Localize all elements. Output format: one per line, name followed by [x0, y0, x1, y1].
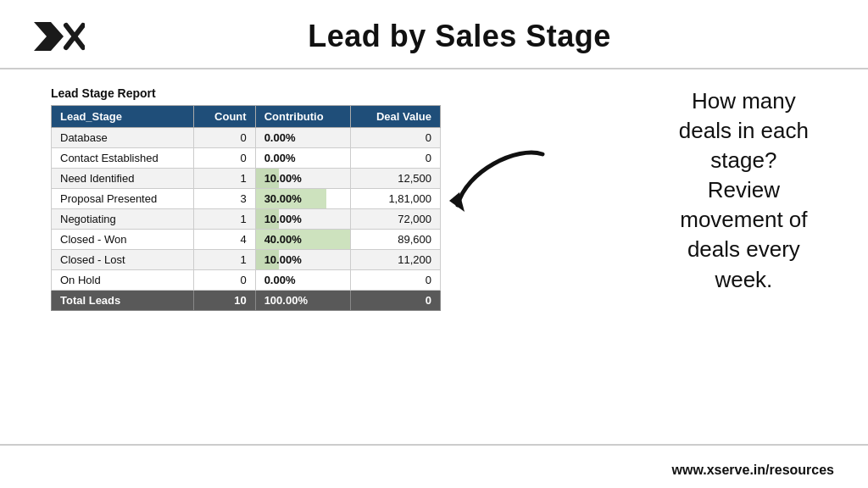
cell-contribution: 10.00% [255, 209, 350, 230]
cell-count: 3 [194, 189, 255, 209]
cell-count: 0 [194, 270, 255, 291]
cell-deal-value: 89,600 [350, 230, 440, 250]
footer-url: www.xserve.in/resources [671, 463, 834, 478]
footer-divider [0, 444, 868, 446]
arrow-icon [449, 137, 559, 222]
cell-count: 1 [194, 209, 255, 230]
cell-contribution: 40.00% [255, 230, 350, 250]
table-row: Closed - Lost110.00%11,200 [52, 250, 441, 270]
col-count: Count [194, 106, 255, 128]
cell-deal-value: 72,000 [350, 209, 440, 230]
annotation-line5: movement of [680, 207, 807, 232]
cell-deal-value: 11,200 [350, 250, 440, 270]
table-total-row: Total Leads10100.00%0 [52, 291, 441, 311]
cell-contribution: 0.00% [255, 270, 350, 291]
col-deal-value: Deal Value [350, 106, 440, 128]
cell-deal-value: 0 [350, 128, 440, 148]
annotation-text: How many deals in each stage? Review mov… [679, 86, 809, 295]
cell-stage: Need Identified [52, 169, 194, 189]
cell-deal-value: 1,81,000 [350, 189, 440, 209]
report-title: Lead Stage Report [51, 86, 441, 100]
table-row: Negotiating110.00%72,000 [52, 209, 441, 230]
cell-total-label: Total Leads [52, 291, 194, 311]
page-title: Lead by Sales Stage [85, 19, 834, 54]
table-row: Contact Established00.00%0 [52, 148, 441, 169]
cell-count: 1 [194, 169, 255, 189]
cell-total-deal_value: 0 [350, 291, 440, 311]
main-content: Lead Stage Report Lead_Stage Count Contr… [0, 69, 868, 319]
cell-stage: Negotiating [52, 209, 194, 230]
table-row: On Hold00.00%0 [52, 270, 441, 291]
table-row: Database00.00%0 [52, 128, 441, 148]
cell-count: 4 [194, 230, 255, 250]
cell-total-count: 10 [194, 291, 255, 311]
table-header-row: Lead_Stage Count Contributio Deal Value [52, 106, 441, 128]
cell-stage: On Hold [52, 270, 194, 291]
cell-count: 1 [194, 250, 255, 270]
cell-count: 0 [194, 128, 255, 148]
cell-stage: Closed - Won [52, 230, 194, 250]
logo [34, 15, 85, 58]
annotation-area: How many deals in each stage? Review mov… [458, 86, 834, 311]
cell-deal-value: 0 [350, 270, 440, 291]
title-area: Lead by Sales Stage [85, 19, 834, 54]
lead-stage-table: Lead_Stage Count Contributio Deal Value … [51, 105, 441, 311]
cell-contribution: 0.00% [255, 128, 350, 148]
table-section: Lead Stage Report Lead_Stage Count Contr… [51, 86, 441, 311]
cell-contribution: 10.00% [255, 169, 350, 189]
annotation-line4: Review [708, 177, 780, 202]
cell-stage: Contact Established [52, 148, 194, 169]
cell-count: 0 [194, 148, 255, 169]
annotation-line3: stage? [710, 147, 776, 173]
cell-deal-value: 0 [350, 148, 440, 169]
annotation-line7: week. [715, 267, 772, 292]
cell-stage: Proposal Presented [52, 189, 194, 209]
table-row: Proposal Presented330.00%1,81,000 [52, 189, 441, 209]
cell-contribution: 30.00% [255, 189, 350, 209]
header: Lead by Sales Stage [0, 0, 868, 69]
col-lead-stage: Lead_Stage [52, 106, 194, 128]
table-row: Need Identified110.00%12,500 [52, 169, 441, 189]
cell-contribution: 10.00% [255, 250, 350, 270]
annotation-line6: deals every [687, 236, 800, 262]
table-row: Closed - Won440.00%89,600 [52, 230, 441, 250]
col-contribution: Contributio [255, 106, 350, 128]
svg-marker-0 [34, 22, 64, 51]
cell-deal-value: 12,500 [350, 169, 440, 189]
annotation-line2: deals in each [679, 118, 809, 143]
cell-stage: Database [52, 128, 194, 148]
cell-stage: Closed - Lost [52, 250, 194, 270]
cell-total-contribution: 100.00% [255, 291, 350, 311]
cell-contribution: 0.00% [255, 148, 350, 169]
annotation-line1: How many [692, 88, 796, 114]
